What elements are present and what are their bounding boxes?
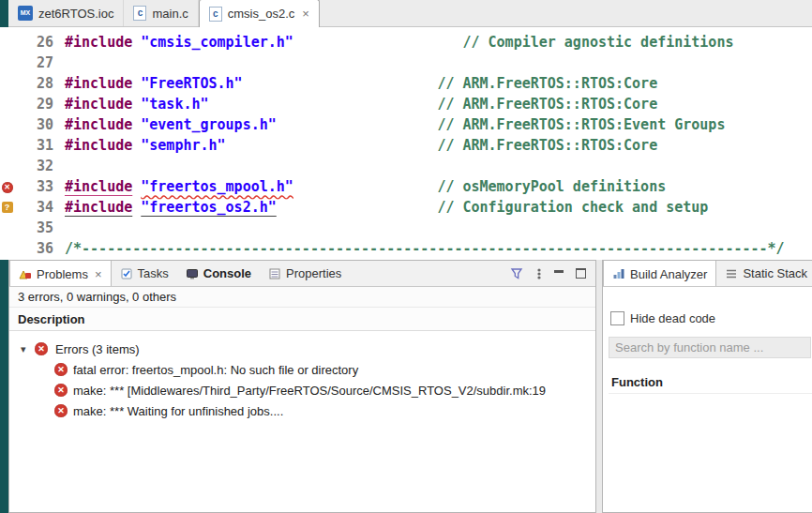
code-line[interactable]: 31#include "semphr.h" // ARM.FreeRTOS::R…: [0, 135, 812, 156]
function-search-input[interactable]: [609, 337, 811, 358]
hide-dead-code-checkbox[interactable]: [610, 311, 624, 325]
static-stack-icon: [725, 267, 738, 280]
code-text: /*--------------------------------------…: [65, 238, 785, 259]
tab-zet6rtos-ioc[interactable]: MX zet6RTOS.ioc: [8, 0, 124, 26]
tab-label: zet6RTOS.ioc: [38, 7, 113, 21]
annotation-ruler: [0, 156, 14, 176]
code-line[interactable]: 27: [0, 53, 812, 73]
problem-message: make: *** [Middlewares/Third_Party/FreeR…: [73, 384, 546, 398]
view-menu-icon[interactable]: [536, 266, 542, 281]
problem-row[interactable]: ✕fatal error: freertos_mpool.h: No such …: [9, 359, 595, 380]
problems-children: ✕fatal error: freertos_mpool.h: No such …: [9, 359, 595, 421]
code-text: #include "cmsis_compiler.h" // Compiler …: [65, 32, 733, 53]
close-tab-icon[interactable]: ×: [302, 7, 309, 21]
cubemx-file-icon: MX: [18, 6, 33, 21]
line-number: 28: [14, 75, 65, 92]
annotation-ruler: [0, 135, 14, 156]
tab-static-stack-analyzer[interactable]: Static Stack: [716, 261, 812, 286]
code-line[interactable]: ✕33#include "freertos_mpool.h" // osMemo…: [0, 176, 812, 197]
annotation-ruler: [0, 73, 14, 94]
problem-message: make: *** Waiting for unfinished jobs...…: [73, 404, 283, 418]
properties-icon: [268, 267, 281, 280]
tab-console[interactable]: Console: [177, 261, 260, 286]
annotation-ruler: [0, 238, 14, 259]
code-line[interactable]: ?34#include "freertos_os2.h" // Configur…: [0, 197, 812, 218]
problem-row[interactable]: ✕make: *** Waiting for unfinished jobs..…: [9, 400, 595, 421]
problems-icon: [19, 267, 32, 280]
code-editor[interactable]: 26#include "cmsis_compiler.h" // Compile…: [0, 27, 812, 260]
code-line[interactable]: 30#include "event_groups.h" // ARM.FreeR…: [0, 114, 812, 135]
build-analyzer-tab-bar: Build Analyzer Static Stack: [603, 261, 812, 287]
problems-tree: ▾ ✕ Errors (3 items) ✕fatal error: freer…: [9, 331, 595, 421]
code-line[interactable]: 28#include "FreeRTOS.h" // ARM.FreeRTOS:…: [0, 73, 812, 94]
line-number: 34: [14, 199, 65, 216]
problems-group-label: Errors (3 items): [55, 342, 140, 356]
problem-message: fatal error: freertos_mpool.h: No such f…: [73, 363, 358, 377]
code-text: #include "event_groups.h" // ARM.FreeRTO…: [65, 114, 725, 135]
tab-label: Build Analyzer: [630, 267, 707, 281]
c-file-icon: c: [133, 6, 146, 21]
help-marker-icon[interactable]: ?: [2, 202, 13, 213]
code-line[interactable]: 35: [0, 218, 812, 238]
problems-tab-bar: Problems × Tasks Console Properties: [9, 261, 595, 287]
code-text: #include "FreeRTOS.h" // ARM.FreeRTOS::R…: [65, 73, 657, 94]
tab-label: main.c: [152, 7, 188, 21]
problems-toolbar: [509, 261, 595, 286]
function-column-header[interactable]: Function: [609, 371, 812, 394]
line-number: 30: [14, 116, 65, 133]
problems-view: Problems × Tasks Console Properties: [8, 260, 596, 513]
tab-label: Problems: [37, 267, 88, 281]
problems-group-row[interactable]: ▾ ✕ Errors (3 items): [9, 339, 595, 359]
annotation-ruler: [0, 94, 14, 114]
filter-icon[interactable]: [509, 266, 524, 281]
tab-label: cmsis_os2.c: [228, 7, 295, 21]
line-number: 31: [14, 137, 65, 154]
code-text: #include "task.h" // ARM.FreeRTOS::RTOS:…: [65, 94, 657, 114]
tab-problems[interactable]: Problems ×: [9, 261, 112, 287]
tab-properties[interactable]: Properties: [260, 261, 350, 286]
error-marker-icon[interactable]: ✕: [2, 182, 13, 193]
hide-dead-code-row: Hide dead code: [610, 311, 812, 325]
error-icon: ✕: [54, 404, 68, 417]
annotation-ruler: [0, 114, 14, 135]
build-analyzer-icon: [612, 267, 625, 280]
code-text: #include "freertos_os2.h" // Configurati…: [65, 197, 708, 218]
build-analyzer-content: Hide dead code Function: [603, 311, 812, 394]
line-number: 29: [14, 96, 65, 113]
tab-label: Tasks: [138, 266, 169, 280]
tasks-icon: [120, 267, 133, 280]
code-text: #include "semphr.h" // ARM.FreeRTOS::RTO…: [65, 135, 657, 156]
editor-tab-bar: MX zet6RTOS.ioc c main.c c cmsis_os2.c ×: [8, 0, 812, 27]
line-number: 32: [14, 158, 65, 174]
tab-cmsis-os2-c[interactable]: c cmsis_os2.c ×: [199, 0, 320, 27]
error-icon: ✕: [54, 363, 68, 376]
code-lines: 26#include "cmsis_compiler.h" // Compile…: [0, 32, 812, 259]
tab-main-c[interactable]: c main.c: [124, 0, 198, 26]
code-line[interactable]: 29#include "task.h" // ARM.FreeRTOS::RTO…: [0, 94, 812, 114]
annotation-ruler: ✕: [0, 176, 14, 197]
code-line[interactable]: 32: [0, 156, 812, 176]
problem-row[interactable]: ✕make: *** [Middlewares/Third_Party/Free…: [9, 380, 595, 400]
description-column-header[interactable]: Description: [9, 307, 595, 331]
code-line[interactable]: 26#include "cmsis_compiler.h" // Compile…: [0, 32, 812, 53]
line-number: 36: [14, 240, 65, 257]
annotation-ruler: [0, 218, 14, 238]
line-number: 33: [14, 178, 65, 195]
build-analyzer-view: Build Analyzer Static Stack Hide dead co…: [602, 260, 812, 513]
tab-tasks[interactable]: Tasks: [112, 261, 177, 286]
collapse-arrow-icon[interactable]: ▾: [21, 343, 35, 355]
tab-label: Console: [203, 266, 251, 280]
line-number: 27: [14, 54, 65, 71]
close-view-icon[interactable]: ×: [95, 267, 102, 281]
hide-dead-code-label: Hide dead code: [630, 311, 715, 325]
ide-window: MX zet6RTOS.ioc c main.c c cmsis_os2.c ×…: [0, 0, 812, 513]
code-text: #include "freertos_mpool.h" // osMemoryP…: [65, 176, 666, 197]
code-line[interactable]: 36/*------------------------------------…: [0, 238, 812, 259]
maximize-icon[interactable]: [576, 268, 586, 279]
annotation-ruler: ?: [0, 197, 14, 218]
problems-summary: 3 errors, 0 warnings, 0 others: [9, 287, 595, 307]
tab-build-analyzer[interactable]: Build Analyzer: [603, 261, 716, 287]
tab-label: Properties: [286, 266, 341, 280]
line-number: 35: [14, 219, 65, 236]
tab-label: Static Stack: [743, 266, 807, 280]
